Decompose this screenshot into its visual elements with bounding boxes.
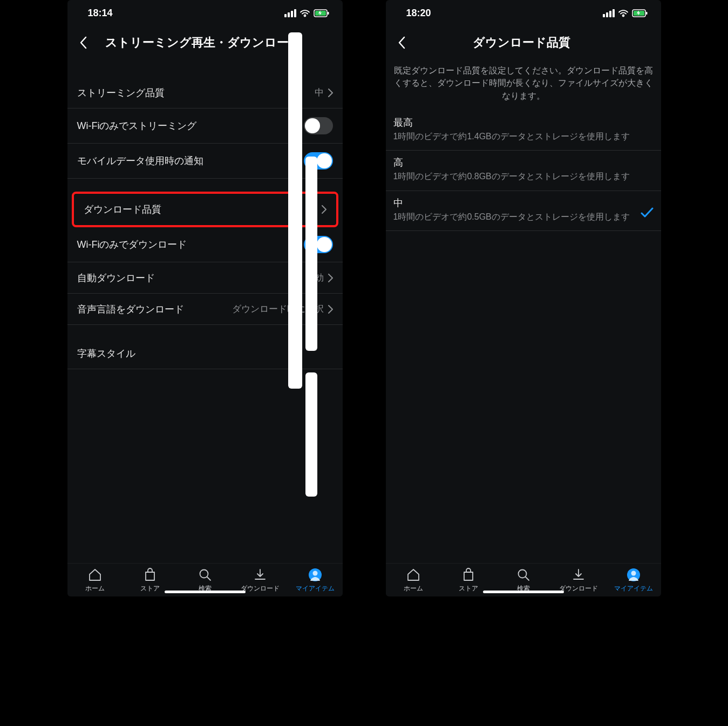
status-time: 18:14 bbox=[88, 8, 113, 19]
row-label: モバイルデータ使用時の通知 bbox=[77, 154, 203, 167]
status-time: 18:20 bbox=[406, 8, 431, 19]
row-audio-lang-download[interactable]: 音声言語をダウンロード ダウンロード時に選択 bbox=[67, 294, 343, 325]
screen-right: 18:20 ダウンロード品質 既定ダウンロード品質を設定してください。ダウンロー… bbox=[386, 0, 661, 596]
option-title: 高 bbox=[393, 156, 654, 169]
tab-label: マイアイテム bbox=[296, 584, 335, 593]
row-label: Wi-Fiのみでダウンロード bbox=[77, 238, 187, 251]
chevron-right-icon bbox=[322, 205, 326, 214]
toggle-wifi-streaming[interactable] bbox=[304, 117, 333, 134]
cellular-icon bbox=[284, 9, 296, 17]
row-label: 自動ダウンロード bbox=[77, 272, 155, 284]
row-wifi-download[interactable]: Wi-Fiのみでダウンロード bbox=[67, 227, 343, 262]
tab-store[interactable]: ストア bbox=[125, 568, 175, 593]
option-title: 最高 bbox=[393, 116, 654, 129]
avatar-icon bbox=[308, 568, 322, 582]
option-title: 中 bbox=[393, 196, 635, 209]
battery-charging-icon bbox=[632, 9, 648, 17]
row-auto-download[interactable]: 自動ダウンロード 有効 bbox=[67, 262, 343, 294]
header: ダウンロード品質 bbox=[386, 23, 661, 64]
option-desc: 1時間のビデオで約0.5GBのデータとストレージを使用します bbox=[393, 211, 635, 223]
download-icon bbox=[571, 568, 586, 582]
row-label: ストリーミング品質 bbox=[77, 86, 165, 99]
status-bar: 18:14 bbox=[67, 0, 343, 23]
tab-label: ストア bbox=[140, 584, 160, 593]
tab-download[interactable]: ダウンロード bbox=[554, 568, 603, 593]
home-icon bbox=[88, 568, 102, 582]
row-value: ダウンロード時に選択 bbox=[232, 303, 324, 315]
tab-search[interactable]: 検索 bbox=[180, 568, 230, 593]
row-streaming-quality[interactable]: ストリーミング品質 中 bbox=[67, 77, 343, 108]
tab-label: ダウンロード bbox=[241, 584, 280, 593]
battery-charging-icon bbox=[314, 9, 330, 17]
svg-rect-2 bbox=[328, 12, 329, 15]
chevron-right-icon bbox=[328, 305, 333, 314]
page-title: ストリーミング再生・ダウンロード bbox=[73, 35, 334, 51]
row-label: Wi-Fiのみでストリーミング bbox=[77, 119, 197, 132]
cellular-icon bbox=[603, 9, 615, 17]
row-label: 音声言語をダウンロード bbox=[77, 303, 184, 316]
tab-label: ダウンロード bbox=[559, 584, 598, 593]
quality-option-high[interactable]: 高 1時間のビデオで約0.8GBのデータとストレージを使用します bbox=[386, 151, 661, 191]
home-icon bbox=[406, 568, 420, 582]
tab-download[interactable]: ダウンロード bbox=[235, 568, 285, 593]
row-label: ダウンロード品質 bbox=[84, 203, 161, 216]
tab-label: マイアイテム bbox=[614, 584, 653, 593]
store-icon bbox=[143, 568, 157, 582]
svg-point-9 bbox=[518, 570, 526, 578]
wifi-icon bbox=[618, 9, 629, 17]
row-label: 字幕スタイル bbox=[77, 347, 135, 360]
toggle-mobile-data-notify[interactable] bbox=[304, 152, 333, 169]
header: ストリーミング再生・ダウンロード bbox=[67, 23, 343, 64]
chevron-right-icon bbox=[328, 89, 333, 97]
page-description: 既定ダウンロード品質を設定してください。ダウンロード品質を高くすると、ダウンロー… bbox=[386, 64, 661, 111]
store-icon bbox=[461, 568, 475, 582]
home-indicator[interactable] bbox=[165, 591, 246, 593]
chevron-right-icon bbox=[328, 274, 333, 282]
status-icons bbox=[284, 9, 330, 17]
toggle-wifi-download[interactable] bbox=[304, 236, 333, 253]
svg-point-5 bbox=[312, 571, 317, 576]
tab-label: ホーム bbox=[404, 584, 423, 593]
option-desc: 1時間のビデオで約1.4GBのデータとストレージを使用します bbox=[393, 131, 654, 143]
tab-label: ホーム bbox=[85, 584, 105, 593]
svg-rect-8 bbox=[646, 12, 648, 15]
row-subtitle-style[interactable]: 字幕スタイル bbox=[67, 338, 343, 369]
tab-my-items[interactable]: マイアイテム bbox=[609, 568, 658, 593]
tab-search[interactable]: 検索 bbox=[499, 568, 548, 593]
home-indicator[interactable] bbox=[483, 591, 564, 593]
quality-option-medium[interactable]: 中 1時間のビデオで約0.5GBのデータとストレージを使用します bbox=[386, 191, 661, 231]
highlight-download-quality: ダウンロード品質 中 bbox=[72, 192, 338, 227]
tab-store[interactable]: ストア bbox=[444, 568, 493, 593]
download-icon bbox=[253, 568, 267, 582]
row-mobile-data-notify[interactable]: モバイルデータ使用時の通知 bbox=[67, 144, 343, 179]
page-title: ダウンロード品質 bbox=[391, 35, 652, 51]
tab-home[interactable]: ホーム bbox=[70, 568, 120, 593]
avatar-icon bbox=[627, 568, 641, 582]
tab-label: ストア bbox=[459, 584, 478, 593]
search-icon bbox=[198, 568, 212, 582]
svg-point-11 bbox=[631, 571, 636, 576]
option-desc: 1時間のビデオで約0.8GBのデータとストレージを使用します bbox=[393, 171, 654, 182]
quality-option-best[interactable]: 最高 1時間のビデオで約1.4GBのデータとストレージを使用します bbox=[386, 111, 661, 151]
row-value: 中 bbox=[308, 203, 317, 216]
status-icons bbox=[603, 9, 648, 17]
row-wifi-streaming[interactable]: Wi-Fiのみでストリーミング bbox=[67, 108, 343, 144]
check-icon bbox=[635, 196, 654, 220]
row-value: 中 bbox=[315, 86, 324, 99]
wifi-icon bbox=[300, 9, 310, 17]
screen-left: 18:14 ストリーミング再生・ダウンロード ストリーミング品質 中 Wi-Fi… bbox=[67, 0, 343, 596]
tab-my-items[interactable]: マイアイテム bbox=[290, 568, 340, 593]
tab-home[interactable]: ホーム bbox=[389, 568, 438, 593]
search-icon bbox=[516, 568, 530, 582]
row-download-quality[interactable]: ダウンロード品質 中 bbox=[74, 194, 336, 225]
svg-point-3 bbox=[200, 570, 208, 578]
status-bar: 18:20 bbox=[386, 0, 661, 23]
row-value: 有効 bbox=[305, 272, 324, 284]
